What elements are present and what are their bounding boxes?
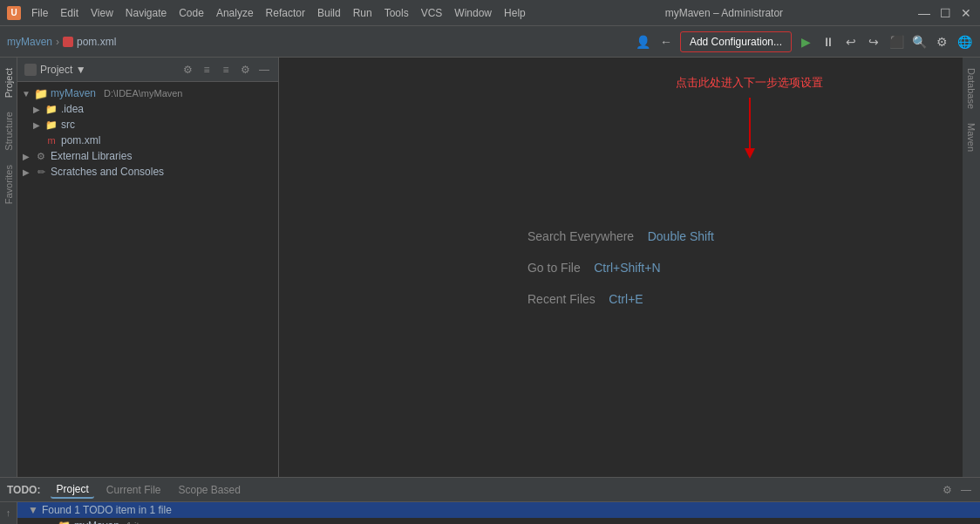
menu-run[interactable]: Run <box>348 5 378 21</box>
todo-tab-scopebased[interactable]: Scope Based <box>174 482 246 498</box>
project-panel-title: Project ▼ <box>24 64 175 76</box>
shortcut-search-key: Double Shift <box>648 229 714 243</box>
tree-item-idea[interactable]: ▶ 📁 .idea <box>17 101 278 117</box>
project-tool-expand[interactable]: ≡ <box>200 63 214 77</box>
todo-mymaven-label: myMaven <box>74 520 119 524</box>
annotation-text: 点击此处进入下一步选项设置 <box>676 75 823 91</box>
project-tool-collapse[interactable]: ≡ <box>219 63 233 77</box>
shortcut-goto: Go to File Ctrl+Shift+N <box>527 261 661 275</box>
menu-bar: File Edit View Navigate Code Analyze Ref… <box>26 5 531 21</box>
shortcut-recent-label: Recent Files <box>527 292 595 306</box>
todo-tool-up[interactable]: ↑ <box>2 506 16 520</box>
project-icon <box>24 64 37 76</box>
project-label: Project ▼ <box>40 64 86 76</box>
shortcut-goto-label: Go to File <box>527 261 581 275</box>
todo-settings-icon[interactable]: ⚙ <box>940 483 954 497</box>
add-configuration-button[interactable]: Add Configuration... <box>680 31 792 52</box>
search-icon[interactable]: 🔍 <box>910 33 928 51</box>
project-tool-close[interactable]: — <box>257 63 271 77</box>
todo-mymaven-arrow: ▼ <box>38 521 47 525</box>
maximize-button[interactable]: ☐ <box>938 6 952 20</box>
window-controls: — ☐ ✕ <box>917 6 973 20</box>
todo-mymaven-icon: 📁 <box>58 520 71 524</box>
close-button[interactable]: ✕ <box>959 6 973 20</box>
right-tab-database[interactable]: Database <box>964 61 978 116</box>
todo-panel: TODO: Project Current File Scope Based ⚙… <box>0 477 980 524</box>
back-icon[interactable]: ← <box>657 33 675 51</box>
todo-label: TODO: <box>7 484 40 496</box>
shortcut-search-label: Search Everywhere <box>527 229 634 243</box>
menu-view[interactable]: View <box>85 5 119 21</box>
sidebar-item-project[interactable]: Project <box>2 61 16 105</box>
run-icon[interactable]: ▶ <box>797 33 814 51</box>
breadcrumb-file[interactable]: pom.xml <box>77 36 116 48</box>
sidebar-item-structure[interactable]: Structure <box>2 105 16 158</box>
todo-body: ↑ ↓ ▼ 📌 ▼ Found 1 TODO item in 1 file ▼ … <box>0 502 980 524</box>
main-area: Project Structure Favorites Project ▼ ⚙ … <box>0 58 980 477</box>
menu-refactor[interactable]: Refactor <box>261 5 310 21</box>
expand-arrow-idea: ▶ <box>31 105 42 114</box>
title-bar: U File Edit View Navigate Code Analyze R… <box>0 0 980 26</box>
menu-edit[interactable]: Edit <box>55 5 84 21</box>
tree-item-mymaven[interactable]: ▼ 📁 myMaven D:\IDEA\myMaven <box>17 85 278 101</box>
tree-item-pomxml[interactable]: m pom.xml <box>17 133 278 148</box>
title-bar-left: U File Edit View Navigate Code Analyze R… <box>7 5 531 21</box>
menu-tools[interactable]: Tools <box>379 5 414 21</box>
left-panel-tabs: Project Structure Favorites <box>0 58 17 477</box>
menu-navigate[interactable]: Navigate <box>120 5 172 21</box>
todo-close-icon[interactable]: — <box>959 483 973 497</box>
todo-found-row[interactable]: ▼ Found 1 TODO item in 1 file <box>17 502 980 518</box>
todo-header: TODO: Project Current File Scope Based ⚙… <box>0 478 980 502</box>
project-tool-more[interactable]: ⚙ <box>238 63 252 77</box>
tree-label-mymaven: myMaven <box>51 87 96 99</box>
sidebar-item-favorites[interactable]: Favorites <box>2 158 16 211</box>
settings-icon[interactable]: ⚙ <box>933 33 950 51</box>
menu-window[interactable]: Window <box>449 5 497 21</box>
todo-mymaven-row[interactable]: ▼ 📁 myMaven 1 item <box>17 518 980 524</box>
app-icon: U <box>7 6 21 20</box>
editor-shortcuts: Search Everywhere Double Shift Go to Fil… <box>510 212 732 323</box>
project-tree: ▼ 📁 myMaven D:\IDEA\myMaven ▶ 📁 .idea ▶ … <box>17 82 278 477</box>
annotation-svg <box>732 94 767 164</box>
project-header: Project ▼ ⚙ ≡ ≡ ⚙ — <box>17 58 278 82</box>
user-icon[interactable]: 👤 <box>635 33 652 51</box>
menu-analyze[interactable]: Analyze <box>211 5 259 21</box>
tree-item-scratches[interactable]: ▶ ✏ Scratches and Consoles <box>17 164 278 180</box>
shortcut-recent-key: Ctrl+E <box>609 292 643 306</box>
todo-content: ▼ Found 1 TODO item in 1 file ▼ 📁 myMave… <box>17 502 980 524</box>
project-tool-settings[interactable]: ⚙ <box>180 63 194 77</box>
redo-icon[interactable]: ↪ <box>865 33 882 51</box>
todo-left-tools: ↑ ↓ ▼ 📌 <box>0 502 17 524</box>
tree-item-ext-libs[interactable]: ▶ ⚙ External Libraries <box>17 148 278 164</box>
breadcrumb-project[interactable]: myMaven <box>7 36 52 48</box>
todo-expand-all: ▼ <box>24 504 38 516</box>
globe-icon[interactable]: 🌐 <box>956 33 973 51</box>
undo-icon[interactable]: ↩ <box>842 33 860 51</box>
todo-tab-currentfile[interactable]: Current File <box>101 482 167 498</box>
menu-help[interactable]: Help <box>499 5 531 21</box>
right-tab-maven[interactable]: Maven <box>964 116 978 159</box>
menu-vcs[interactable]: VCS <box>416 5 448 21</box>
scratch-icon: ✏ <box>34 166 48 178</box>
tree-path-mymaven: D:\IDEA\myMaven <box>104 88 182 99</box>
editor-area: 点击此处进入下一步选项设置 Search Everywhere Double S… <box>279 58 963 477</box>
menu-file[interactable]: File <box>26 5 53 21</box>
project-root-icon: 📁 <box>34 87 48 99</box>
tree-label-idea: .idea <box>61 103 84 115</box>
project-panel: Project ▼ ⚙ ≡ ≡ ⚙ — ▼ 📁 myMaven D:\IDEA\… <box>17 58 279 477</box>
shortcut-goto-key: Ctrl+Shift+N <box>594 261 660 275</box>
tree-item-src[interactable]: ▶ 📁 src <box>17 117 278 133</box>
minimize-button[interactable]: — <box>917 6 931 20</box>
pause-icon[interactable]: ⏸ <box>820 33 837 51</box>
menu-build[interactable]: Build <box>312 5 346 21</box>
todo-mymaven-count: 1 item <box>126 521 153 524</box>
shortcut-search: Search Everywhere Double Shift <box>527 229 714 243</box>
stop-icon[interactable]: ⬛ <box>888 33 905 51</box>
menu-code[interactable]: Code <box>174 5 209 21</box>
annotation-arrow: 点击此处进入下一步选项设置 <box>676 75 823 164</box>
toolbar: myMaven › pom.xml 👤 ← Add Configuration.… <box>0 26 980 58</box>
tree-label-pomxml: pom.xml <box>61 134 100 146</box>
tree-label-src: src <box>61 119 75 131</box>
todo-tab-project[interactable]: Project <box>51 481 93 499</box>
breadcrumb: myMaven › pom.xml <box>7 36 631 48</box>
